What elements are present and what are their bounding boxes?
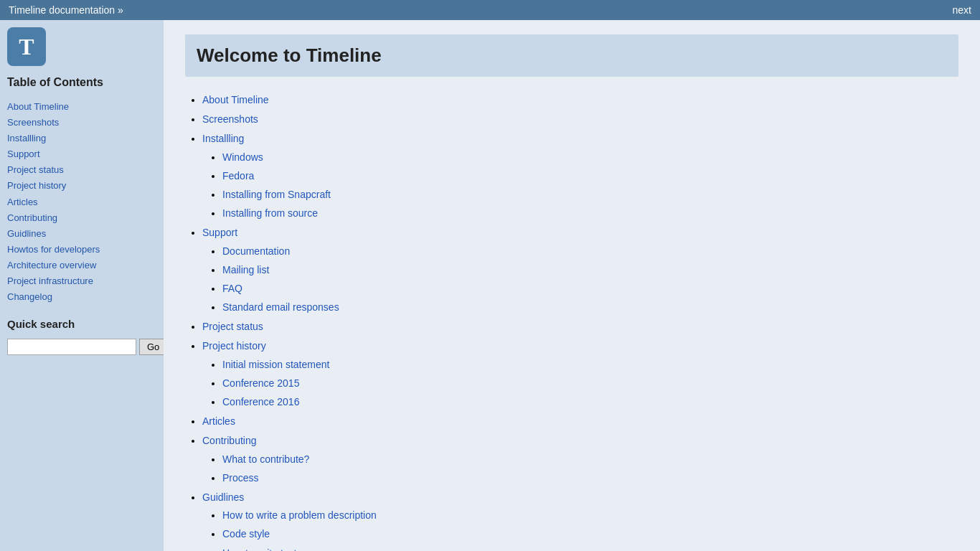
child-link[interactable]: Installing from Snapcraft <box>222 189 331 200</box>
list-item: Conference 2015 <box>222 375 958 392</box>
sidebar-item-contributing[interactable]: Contributing <box>7 210 156 226</box>
sidebar-item-project-status[interactable]: Project status <box>7 162 156 178</box>
child-link[interactable]: Initial mission statement <box>222 359 329 370</box>
list-item: Installing from Snapcraft <box>222 186 958 204</box>
logo-icon: T <box>7 27 46 66</box>
list-item: Fedora <box>222 167 958 185</box>
next-link[interactable]: next <box>953 4 971 16</box>
sidebar-item-support[interactable]: Support <box>7 146 156 162</box>
list-item: About Timeline <box>202 91 958 109</box>
list-item: SupportDocumentationMailing listFAQStand… <box>202 224 958 316</box>
list-item: Initial mission statement <box>222 356 958 374</box>
logo-container: T <box>7 27 156 66</box>
topbar: Timeline documentation » next <box>0 0 980 20</box>
sidebar-item-architecture-overview[interactable]: Architecture overview <box>7 258 156 273</box>
sidebar-item-howtos-for-developers[interactable]: Howtos for developers <box>7 242 156 258</box>
list-item: Documentation <box>222 242 958 260</box>
child-link[interactable]: Installing from source <box>222 207 318 219</box>
list-item: Conference 2016 <box>222 393 958 411</box>
section-link[interactable]: Project status <box>202 321 263 332</box>
child-link[interactable]: How to write tests <box>222 547 301 552</box>
search-row: Go <box>7 339 156 355</box>
list-item: Installing from source <box>222 204 958 222</box>
child-link[interactable]: Conference 2016 <box>222 396 299 408</box>
child-link[interactable]: Standard email responses <box>222 301 339 313</box>
toc-title: Table of Contents <box>7 76 156 89</box>
list-item: Standard email responses <box>222 298 958 316</box>
list-item: InstalllingWindowsFedoraInstalling from … <box>202 130 958 222</box>
child-link[interactable]: Documentation <box>222 245 290 257</box>
section-link[interactable]: Screenshots <box>202 113 258 125</box>
section-link[interactable]: Project history <box>202 340 266 352</box>
list-item: GuidlinesHow to write a problem descript… <box>202 489 958 551</box>
section-link[interactable]: Installling <box>202 133 244 144</box>
toc-links: About TimelineScreenshotsInstalllingSupp… <box>7 99 156 305</box>
section-link[interactable]: Support <box>202 227 237 238</box>
layout: T Table of Contents About TimelineScreen… <box>0 20 980 551</box>
child-link[interactable]: FAQ <box>222 283 242 294</box>
child-link[interactable]: What to contribute? <box>222 453 309 465</box>
section-link[interactable]: Contributing <box>202 435 257 446</box>
list-item: ContributingWhat to contribute?Process <box>202 432 958 487</box>
list-item: Project historyInitial mission statement… <box>202 337 958 411</box>
list-item: Mailing list <box>222 261 958 279</box>
breadcrumb-link[interactable]: Timeline documentation » <box>9 4 123 16</box>
list-item: Code style <box>222 525 958 543</box>
child-link[interactable]: Mailing list <box>222 264 269 276</box>
list-item: Screenshots <box>202 110 958 128</box>
child-link[interactable]: Code style <box>222 528 270 540</box>
list-item: How to write a problem description <box>222 507 958 524</box>
list-item: Windows <box>222 149 958 166</box>
sidebar-item-changelog[interactable]: Changelog <box>7 289 156 305</box>
sidebar: T Table of Contents About TimelineScreen… <box>0 20 164 551</box>
sidebar-item-about-timeline[interactable]: About Timeline <box>7 99 156 115</box>
list-item: What to contribute? <box>222 451 958 468</box>
sidebar-item-articles[interactable]: Articles <box>7 194 156 210</box>
child-link[interactable]: Fedora <box>222 170 254 182</box>
sidebar-item-project-history[interactable]: Project history <box>7 178 156 194</box>
section-link[interactable]: Articles <box>202 415 235 427</box>
quick-search-title: Quick search <box>7 318 156 330</box>
child-link[interactable]: Conference 2015 <box>222 377 299 389</box>
list-item: Process <box>222 469 958 487</box>
list-item: How to write tests <box>222 545 958 552</box>
child-link[interactable]: How to write a problem description <box>222 509 377 521</box>
child-link[interactable]: Process <box>222 472 259 484</box>
child-link[interactable]: Windows <box>222 151 263 163</box>
section-link[interactable]: About Timeline <box>202 94 269 105</box>
list-item: Project status <box>202 318 958 336</box>
sidebar-item-guidlines[interactable]: Guidlines <box>7 226 156 242</box>
sidebar-item-project-infrastructure[interactable]: Project infrastructure <box>7 273 156 289</box>
main-list: About TimelineScreenshotsInstalllingWind… <box>185 91 958 551</box>
sidebar-item-installling[interactable]: Installling <box>7 131 156 146</box>
search-go-button[interactable]: Go <box>139 339 164 355</box>
page-title: Welcome to Timeline <box>185 34 958 77</box>
search-input[interactable] <box>7 339 136 355</box>
list-item: FAQ <box>222 280 958 298</box>
section-link[interactable]: Guidlines <box>202 491 244 503</box>
content-area: Welcome to Timeline About TimelineScreen… <box>164 20 980 551</box>
list-item: Articles <box>202 413 958 430</box>
sidebar-item-screenshots[interactable]: Screenshots <box>7 115 156 131</box>
